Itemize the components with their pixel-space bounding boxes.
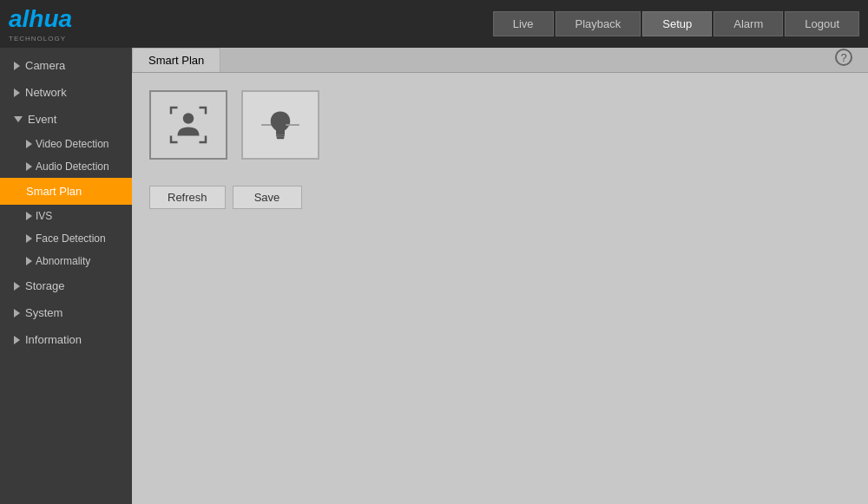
sidebar-sub-label: Smart Plan xyxy=(26,185,82,198)
sub-arrow-icon xyxy=(26,234,32,243)
sidebar-sub-label: Face Detection xyxy=(36,232,106,245)
sidebar-label: Camera xyxy=(25,59,65,72)
arrow-icon xyxy=(14,336,20,344)
arrow-icon xyxy=(14,282,20,291)
sidebar-label: Storage xyxy=(25,279,65,292)
svg-point-0 xyxy=(183,113,194,124)
sidebar-item-network[interactable]: Network xyxy=(0,79,132,106)
sidebar-item-camera[interactable]: Camera xyxy=(0,52,132,79)
bulb-icon xyxy=(259,103,302,147)
refresh-button[interactable]: Refresh xyxy=(149,186,226,209)
nav-playback[interactable]: Playback xyxy=(556,11,641,36)
light-bulb-card[interactable] xyxy=(241,90,319,160)
sidebar-sub-label: Audio Detection xyxy=(36,160,109,173)
action-buttons: Refresh Save xyxy=(149,186,851,209)
content-area: Refresh Save xyxy=(132,73,868,226)
sidebar-sub-smart-plan[interactable]: Smart Plan xyxy=(0,178,132,205)
help-icon[interactable]: ? xyxy=(835,49,852,66)
sidebar-sub-ivs[interactable]: IVS xyxy=(0,205,132,227)
sidebar-label: Information xyxy=(25,333,82,346)
nav-logout[interactable]: Logout xyxy=(785,11,859,36)
sidebar-item-system[interactable]: System xyxy=(0,299,132,326)
main-layout: Camera Network Event Video Detection Aud… xyxy=(0,48,868,504)
person-icon xyxy=(167,103,210,147)
sidebar-sub-face-detection[interactable]: Face Detection xyxy=(0,227,132,250)
logo-text: alhua xyxy=(9,5,72,33)
face-detection-card[interactable] xyxy=(149,90,227,160)
sub-arrow-icon xyxy=(26,257,32,265)
logo: alhua TECHNOLOGY xyxy=(9,5,72,43)
arrow-icon xyxy=(14,88,20,97)
sub-arrow-icon xyxy=(26,212,32,220)
sidebar-sub-video-detection[interactable]: Video Detection xyxy=(0,133,132,155)
header: alhua TECHNOLOGY Live Playback Setup Ala… xyxy=(0,0,868,48)
sidebar-sub-label: Video Detection xyxy=(36,138,109,150)
sub-arrow-icon xyxy=(26,140,32,148)
sidebar-item-information[interactable]: Information xyxy=(0,326,132,353)
content-panel: Smart Plan ? xyxy=(132,48,868,504)
nav-setup[interactable]: Setup xyxy=(642,11,712,36)
sidebar-label: Network xyxy=(25,86,67,99)
tab-smart-plan[interactable]: Smart Plan xyxy=(132,48,220,72)
arrow-icon xyxy=(14,309,20,317)
sidebar-sub-audio-detection[interactable]: Audio Detection xyxy=(0,155,132,178)
svg-rect-2 xyxy=(276,134,285,137)
tab-header: Smart Plan ? xyxy=(132,48,868,73)
sidebar-label: System xyxy=(25,306,62,319)
sidebar-label: Event xyxy=(28,113,56,126)
nav-buttons: Live Playback Setup Alarm Logout xyxy=(493,11,859,36)
arrow-icon xyxy=(14,116,23,122)
arrow-icon xyxy=(14,62,20,70)
sidebar-item-storage[interactable]: Storage xyxy=(0,272,132,299)
nav-live[interactable]: Live xyxy=(493,11,554,36)
sidebar-sub-abnormality[interactable]: Abnormality xyxy=(0,250,132,272)
logo-sub: TECHNOLOGY xyxy=(9,35,72,43)
sidebar-sub-label: IVS xyxy=(36,210,52,222)
sidebar: Camera Network Event Video Detection Aud… xyxy=(0,48,132,504)
nav-alarm[interactable]: Alarm xyxy=(713,11,783,36)
svg-rect-3 xyxy=(277,137,285,140)
sub-arrow-icon xyxy=(26,162,32,171)
sidebar-item-event[interactable]: Event xyxy=(0,106,132,133)
icon-cards xyxy=(149,90,851,160)
sidebar-sub-label: Abnormality xyxy=(36,255,90,267)
save-button[interactable]: Save xyxy=(233,186,302,209)
